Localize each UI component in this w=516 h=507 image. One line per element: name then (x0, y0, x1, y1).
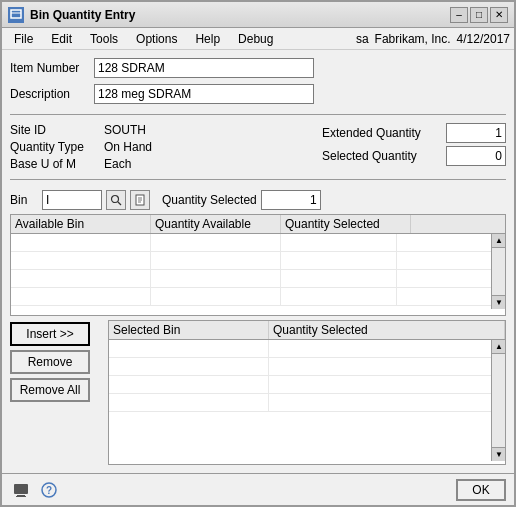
display-icon (12, 481, 30, 499)
table-cell (281, 288, 397, 305)
quantity-type-row: Quantity Type On Hand (10, 140, 164, 154)
table-cell (109, 358, 269, 375)
svg-point-2 (112, 196, 119, 203)
table-cell (109, 376, 269, 393)
document-icon (134, 194, 146, 206)
footer-icons: ? (10, 479, 60, 501)
table-row (11, 234, 505, 252)
menu-bar-right: sa Fabrikam, Inc. 4/12/2017 (356, 32, 510, 46)
available-table-header: Available Bin Quantity Available Quantit… (11, 215, 505, 234)
menu-file[interactable]: File (6, 30, 41, 48)
menu-tools[interactable]: Tools (82, 30, 126, 48)
scroll-down-button[interactable]: ▼ (492, 295, 505, 309)
svg-text:?: ? (46, 485, 52, 496)
svg-rect-0 (11, 10, 21, 18)
menu-help[interactable]: Help (187, 30, 228, 48)
table-cell (281, 270, 397, 287)
bin-search-button[interactable] (106, 190, 126, 210)
table-cell (269, 376, 505, 393)
selected-qty-input[interactable] (446, 146, 506, 166)
table-cell (151, 288, 281, 305)
extended-qty-input[interactable] (446, 123, 506, 143)
qty-selected-header-sel: Quantity Selected (269, 321, 505, 339)
restore-button[interactable]: □ (470, 7, 488, 23)
bin-doc-button[interactable] (130, 190, 150, 210)
menu-bar: File Edit Tools Options Help Debug sa Fa… (2, 28, 514, 50)
table-row (11, 270, 505, 288)
site-id-value: SOUTH (104, 123, 164, 137)
bin-row: Bin Quantity Selected (10, 190, 506, 210)
table-row (11, 252, 505, 270)
info-icon[interactable] (10, 479, 32, 501)
site-id-row: Site ID SOUTH (10, 123, 164, 137)
table-cell (151, 270, 281, 287)
help-circle-icon: ? (40, 481, 58, 499)
table-cell (11, 270, 151, 287)
table-row (109, 376, 505, 394)
content-area: Item Number Description Site ID SOUTH Qu… (2, 50, 514, 473)
qty-available-header: Quantity Available (151, 215, 281, 233)
menu-bar-items: File Edit Tools Options Help Debug (6, 30, 281, 48)
table-cell (11, 234, 151, 251)
item-number-row: Item Number (10, 58, 506, 78)
table-cell (269, 394, 505, 411)
main-window: Bin Quantity Entry – □ ✕ File Edit Tools… (0, 0, 516, 507)
menu-edit[interactable]: Edit (43, 30, 80, 48)
scroll-down-button[interactable]: ▼ (492, 447, 505, 461)
close-button[interactable]: ✕ (490, 7, 508, 23)
selected-qty-row: Selected Quantity (322, 146, 506, 166)
item-number-label: Item Number (10, 61, 90, 75)
qty-selected-header-avail: Quantity Selected (281, 215, 411, 233)
table-cell (109, 340, 269, 357)
extended-qty-label: Extended Quantity (322, 126, 442, 140)
current-date: 4/12/2017 (457, 32, 510, 46)
bin-input[interactable] (42, 190, 102, 210)
current-user: sa (356, 32, 369, 46)
insert-button[interactable]: Insert >> (10, 322, 90, 346)
available-bin-table: Available Bin Quantity Available Quantit… (10, 214, 506, 316)
search-icon (110, 194, 122, 206)
description-label: Description (10, 87, 90, 101)
menu-debug[interactable]: Debug (230, 30, 281, 48)
item-number-input[interactable] (94, 58, 314, 78)
quantity-selected-label: Quantity Selected (162, 193, 257, 207)
table-cell (269, 340, 505, 357)
window-title: Bin Quantity Entry (30, 8, 135, 22)
svg-line-3 (118, 202, 121, 205)
table-row (109, 340, 505, 358)
selected-table-scrollbar[interactable]: ▲ ▼ (491, 340, 505, 461)
table-row (109, 358, 505, 376)
table-cell (11, 252, 151, 269)
info-left: Site ID SOUTH Quantity Type On Hand Base… (10, 123, 164, 171)
company-name: Fabrikam, Inc. (375, 32, 451, 46)
table-row (11, 288, 505, 306)
footer: ? OK (2, 473, 514, 505)
site-id-label: Site ID (10, 123, 100, 137)
bin-label: Bin (10, 193, 38, 207)
bottom-section: Insert >> Remove Remove All Selected Bin… (10, 320, 506, 465)
ok-button[interactable]: OK (456, 479, 506, 501)
minimize-button[interactable]: – (450, 7, 468, 23)
scroll-up-button[interactable]: ▲ (492, 234, 505, 248)
extended-qty-row: Extended Quantity (322, 123, 506, 143)
remove-button[interactable]: Remove (10, 350, 90, 374)
description-input[interactable] (94, 84, 314, 104)
scroll-up-button[interactable]: ▲ (492, 340, 505, 354)
selected-bin-header: Selected Bin (109, 321, 269, 339)
available-table-scrollbar[interactable]: ▲ ▼ (491, 234, 505, 309)
help-icon[interactable]: ? (38, 479, 60, 501)
menu-options[interactable]: Options (128, 30, 185, 48)
divider-1 (10, 114, 506, 115)
selected-qty-label: Selected Quantity (322, 149, 442, 163)
divider-2 (10, 179, 506, 180)
available-table-body: ▲ ▼ (11, 234, 505, 309)
description-row: Description (10, 84, 506, 104)
remove-all-button[interactable]: Remove All (10, 378, 90, 402)
info-right: Extended Quantity Selected Quantity (322, 123, 506, 166)
quantity-type-label: Quantity Type (10, 140, 100, 154)
quantity-type-value: On Hand (104, 140, 164, 154)
action-buttons: Insert >> Remove Remove All (10, 320, 100, 465)
table-row (109, 394, 505, 412)
table-cell (269, 358, 505, 375)
quantity-selected-input[interactable] (261, 190, 321, 210)
